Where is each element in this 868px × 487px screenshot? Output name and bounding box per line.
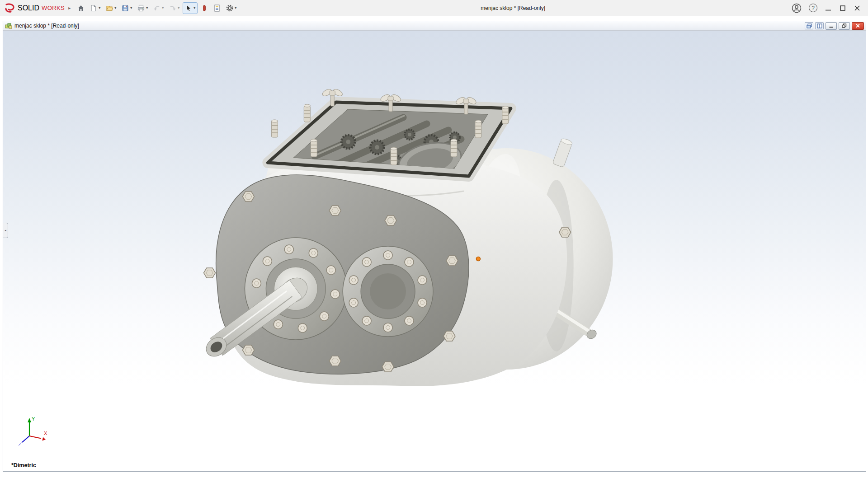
- doc-minimize-icon: [829, 23, 834, 28]
- new-window-button[interactable]: [805, 22, 813, 29]
- minimize-button[interactable]: [825, 5, 832, 12]
- flyout-arrow-icon[interactable]: ▸: [68, 5, 71, 10]
- new-document-button[interactable]: ▾: [88, 2, 103, 14]
- save-icon: [122, 5, 129, 12]
- doc-minimize-button[interactable]: [826, 22, 837, 30]
- brand-solid: SOLID: [18, 4, 39, 12]
- maximize-button[interactable]: [839, 5, 846, 12]
- triad-y-axis[interactable]: [28, 418, 31, 422]
- dassault-3ds-logo-icon: [5, 3, 15, 13]
- redo-icon: [169, 5, 176, 12]
- doc-close-icon: [855, 23, 860, 28]
- window-controls: ?: [787, 3, 868, 13]
- brand-works: WORKS: [42, 5, 65, 11]
- save-button[interactable]: ▾: [119, 2, 134, 14]
- undo-dropdown-icon[interactable]: ▾: [162, 6, 164, 10]
- solidworks-resources-button[interactable]: [198, 2, 210, 14]
- triad-x-label: X: [44, 431, 47, 436]
- resources-pill-icon: [201, 5, 208, 12]
- triad-y-label: Y: [32, 416, 35, 421]
- file-properties-button[interactable]: [211, 2, 223, 14]
- doc-close-button[interactable]: [852, 22, 864, 30]
- select-cursor-icon: [185, 5, 192, 12]
- featuremanager-collapsed-tab[interactable]: ◂: [3, 223, 8, 238]
- bearing-cover[interactable]: [343, 246, 433, 337]
- redo-dropdown-icon[interactable]: ▾: [178, 6, 179, 10]
- tile-window-button[interactable]: [815, 22, 824, 29]
- close-button[interactable]: [854, 5, 861, 12]
- new-document-dropdown-icon[interactable]: ▾: [99, 6, 100, 10]
- undo-button[interactable]: ▾: [151, 2, 166, 14]
- open-dropdown-icon[interactable]: ▾: [114, 6, 116, 10]
- app-title: menjac sklop * [Read-only]: [239, 5, 787, 11]
- select-tool-button[interactable]: ▾: [183, 2, 198, 14]
- select-dropdown-icon[interactable]: ▾: [193, 6, 195, 10]
- redo-button[interactable]: ▾: [167, 2, 182, 14]
- help-question-icon: ?: [811, 5, 815, 11]
- tile-window-icon: [817, 23, 822, 28]
- options-button[interactable]: ▾: [224, 2, 239, 14]
- collapse-arrow-icon: ◂: [5, 229, 6, 232]
- assembly-document-icon: [5, 23, 12, 29]
- options-dropdown-icon[interactable]: ▾: [235, 6, 236, 10]
- document-title: menjac sklop * [Read-only]: [14, 23, 79, 29]
- help-button[interactable]: ?: [809, 4, 817, 12]
- gearbox-model[interactable]: [3, 31, 866, 471]
- print-dropdown-icon[interactable]: ▾: [146, 6, 148, 10]
- solidworks-logo: SOLIDWORKS: [5, 3, 65, 13]
- open-folder-icon: [106, 5, 113, 12]
- graphics-viewport[interactable]: ◂ Y X *Dimetric: [3, 31, 866, 471]
- quick-access-toolbar: ▾ ▾ ▾: [75, 2, 239, 14]
- undo-icon: [153, 5, 160, 12]
- gear-icon: [226, 5, 233, 12]
- selection-marker: [476, 257, 480, 261]
- print-button[interactable]: ▾: [135, 2, 150, 14]
- doc-restore-icon: [842, 23, 847, 28]
- save-dropdown-icon[interactable]: ▾: [130, 6, 132, 10]
- triad-x-axis[interactable]: [42, 437, 46, 441]
- new-window-icon: [807, 23, 812, 28]
- account-icon[interactable]: [792, 3, 802, 13]
- doc-restore-button[interactable]: [839, 22, 850, 30]
- view-orientation-label: *Dimetric: [11, 462, 36, 468]
- print-icon: [137, 5, 145, 12]
- new-document-icon: [90, 5, 97, 12]
- document-window-controls: [805, 22, 864, 30]
- document-window: menjac sklop * [Read-only]: [3, 21, 866, 472]
- stub-shaft[interactable]: [552, 138, 573, 168]
- orientation-triad[interactable]: Y X: [11, 414, 53, 452]
- app-titlebar: SOLIDWORKS ▸ ▾ ▾: [0, 0, 868, 16]
- solidworks-window: SOLIDWORKS ▸ ▾ ▾: [0, 0, 868, 487]
- file-properties-icon: [213, 5, 221, 12]
- open-button[interactable]: ▾: [104, 2, 118, 14]
- home-button[interactable]: [75, 2, 87, 14]
- document-titlebar[interactable]: menjac sklop * [Read-only]: [3, 21, 866, 31]
- home-icon: [77, 5, 85, 12]
